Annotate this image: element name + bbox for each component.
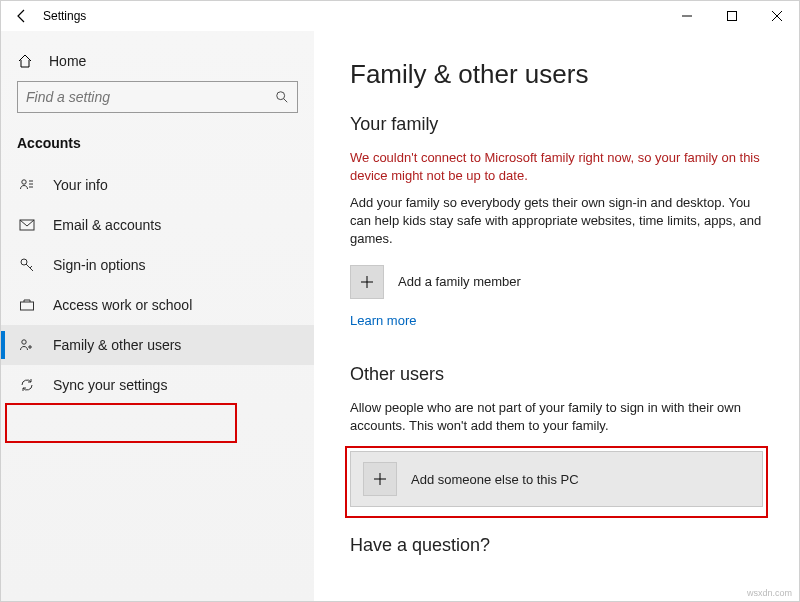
settings-window: Settings Home Accounts You bbox=[0, 0, 800, 602]
main-panel: Family & other users Your family We coul… bbox=[314, 31, 799, 601]
sidebar-item-label: Your info bbox=[53, 177, 108, 193]
add-family-button[interactable]: Add a family member bbox=[350, 265, 763, 299]
search-icon bbox=[275, 90, 289, 104]
minimize-button[interactable] bbox=[664, 1, 709, 31]
home-icon bbox=[17, 53, 33, 69]
family-error-text: We couldn't connect to Microsoft family … bbox=[350, 149, 763, 184]
close-button[interactable] bbox=[754, 1, 799, 31]
annotation-box bbox=[5, 403, 237, 443]
home-label: Home bbox=[49, 53, 86, 69]
person-badge-icon bbox=[19, 177, 35, 193]
mail-icon bbox=[19, 217, 35, 233]
search-input[interactable] bbox=[26, 89, 275, 105]
svg-rect-5 bbox=[21, 302, 34, 310]
back-arrow-icon bbox=[14, 8, 30, 24]
sidebar-item-email[interactable]: Email & accounts bbox=[1, 205, 314, 245]
add-other-user-button[interactable]: Add someone else to this PC bbox=[350, 451, 763, 507]
question-heading: Have a question? bbox=[350, 535, 763, 556]
plus-button[interactable] bbox=[350, 265, 384, 299]
sidebar-item-label: Email & accounts bbox=[53, 217, 161, 233]
sidebar-item-family[interactable]: Family & other users bbox=[1, 325, 314, 365]
sidebar-item-label: Sync your settings bbox=[53, 377, 167, 393]
back-button[interactable] bbox=[5, 1, 39, 31]
plus-button[interactable] bbox=[363, 462, 397, 496]
section-header: Accounts bbox=[17, 135, 298, 151]
add-other-label: Add someone else to this PC bbox=[411, 472, 579, 487]
plus-icon bbox=[360, 275, 374, 289]
sidebar-item-signin[interactable]: Sign-in options bbox=[1, 245, 314, 285]
close-icon bbox=[772, 11, 782, 21]
family-heading: Your family bbox=[350, 114, 763, 135]
family-body-text: Add your family so everybody gets their … bbox=[350, 194, 763, 249]
page-title: Family & other users bbox=[350, 59, 763, 90]
svg-point-1 bbox=[277, 92, 285, 100]
svg-point-6 bbox=[22, 340, 26, 344]
sync-icon bbox=[19, 377, 35, 393]
other-users-body: Allow people who are not part of your fa… bbox=[350, 399, 763, 435]
sidebar-item-label: Access work or school bbox=[53, 297, 192, 313]
other-users-heading: Other users bbox=[350, 364, 763, 385]
sidebar-item-label: Sign-in options bbox=[53, 257, 146, 273]
key-icon bbox=[19, 257, 35, 273]
window-title: Settings bbox=[39, 9, 86, 23]
plus-icon bbox=[373, 472, 387, 486]
add-family-label: Add a family member bbox=[398, 274, 521, 289]
titlebar: Settings bbox=[1, 1, 799, 31]
svg-rect-0 bbox=[727, 12, 736, 21]
maximize-icon bbox=[727, 11, 737, 21]
learn-more-link[interactable]: Learn more bbox=[350, 313, 416, 328]
people-icon bbox=[19, 337, 35, 353]
minimize-icon bbox=[682, 11, 692, 21]
sidebar-item-work-school[interactable]: Access work or school bbox=[1, 285, 314, 325]
sidebar-item-label: Family & other users bbox=[53, 337, 181, 353]
sidebar: Home Accounts Your info Email & accounts bbox=[1, 31, 314, 601]
briefcase-icon bbox=[19, 297, 35, 313]
sidebar-item-sync[interactable]: Sync your settings bbox=[1, 365, 314, 405]
sidebar-item-your-info[interactable]: Your info bbox=[1, 165, 314, 205]
home-nav[interactable]: Home bbox=[17, 45, 298, 81]
maximize-button[interactable] bbox=[709, 1, 754, 31]
search-box[interactable] bbox=[17, 81, 298, 113]
svg-point-2 bbox=[22, 180, 26, 184]
watermark: wsxdn.com bbox=[747, 588, 792, 598]
